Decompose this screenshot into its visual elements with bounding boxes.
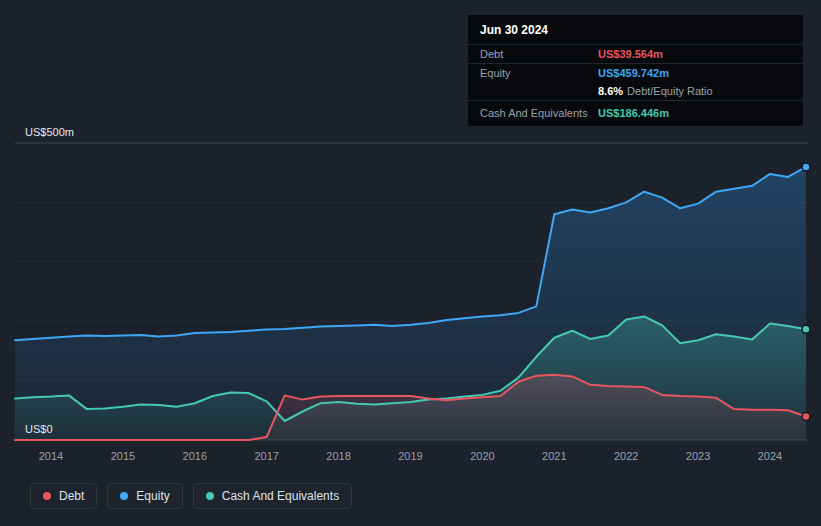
x-axis-label: 2022 [614,450,638,462]
legend-item-label: Cash And Equivalents [222,489,339,503]
tooltip-debt-row: Debt US$39.564m [468,45,803,64]
x-axis-label: 2015 [111,450,135,462]
chart-tooltip: Jun 30 2024 Debt US$39.564m Equity US$45… [467,14,804,127]
tooltip-ratio-value: 8.6% [598,85,623,97]
legend-item-debt[interactable]: Debt [30,483,97,509]
legend-item-cash-and-equivalents[interactable]: Cash And Equivalents [193,483,352,509]
tooltip-equity-label: Equity [480,67,598,79]
legend-item-label: Equity [136,489,169,503]
equity-legend-dot-icon [120,492,128,500]
legend-item-label: Debt [59,489,84,503]
tooltip-cash-row: Cash And Equivalents US$186.446m [468,101,803,126]
x-axis-label: 2019 [398,450,422,462]
debt-legend-dot-icon [43,492,51,500]
cash-and-equivalents-legend-dot-icon [206,492,214,500]
cash-and-equivalents-end-marker [802,325,810,333]
tooltip-ratio-row: 8.6% Debt/Equity Ratio [468,82,803,101]
equity-end-marker [802,163,810,171]
x-axis-label: 2021 [542,450,566,462]
tooltip-equity-row: Equity US$459.742m [468,64,803,82]
debt-end-marker [802,413,810,421]
tooltip-debt-value: US$39.564m [598,48,663,60]
x-axis-label: 2016 [183,450,207,462]
chart-legend: DebtEquityCash And Equivalents [30,483,352,509]
legend-item-equity[interactable]: Equity [107,483,182,509]
tooltip-cash-value: US$186.446m [598,107,669,119]
x-axis-label: 2024 [758,450,782,462]
tooltip-equity-value: US$459.742m [598,67,669,79]
debt-equity-history-panel: US$500mUS$020142015201620172018201920202… [0,0,821,526]
x-axis-label: 2018 [326,450,350,462]
tooltip-cash-label: Cash And Equivalents [480,107,598,119]
tooltip-debt-label: Debt [480,48,598,60]
y-axis-label: US$500m [25,126,74,138]
x-axis-label: 2023 [686,450,710,462]
y-axis-label: US$0 [25,423,53,435]
tooltip-date: Jun 30 2024 [468,15,803,45]
x-axis-label: 2014 [39,450,63,462]
x-axis-label: 2020 [470,450,494,462]
x-axis-label: 2017 [254,450,278,462]
tooltip-ratio-label: Debt/Equity Ratio [627,85,713,97]
